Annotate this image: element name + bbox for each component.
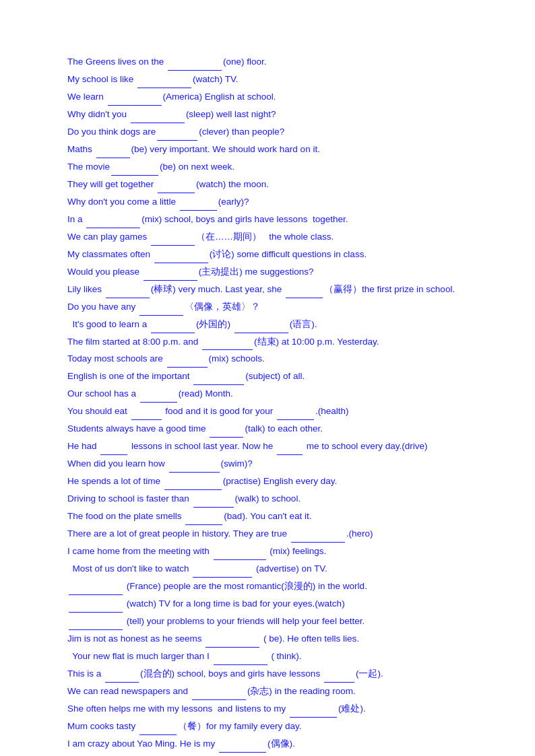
line-14: Lily likes (棒球) very much. Last year, sh…	[67, 281, 468, 298]
line-4: Why didn't you (sleep) well last night?	[67, 106, 468, 123]
blank-36b	[324, 682, 354, 683]
line-6: Maths (be) very important. We should wor…	[67, 141, 468, 158]
blank-1	[168, 70, 222, 71]
blank-14a	[106, 298, 150, 298]
line-5: Do you think dogs are(clever) than peopl…	[67, 124, 468, 141]
blank-36a	[105, 682, 139, 683]
blank-35	[214, 664, 268, 665]
blank-38	[290, 717, 337, 718]
blank-22	[210, 437, 243, 438]
blank-10	[86, 228, 140, 228]
line-1: The Greens lives on the (one) floor.	[67, 54, 468, 71]
blank-34	[206, 647, 259, 648]
blank-39	[139, 734, 177, 735]
blank-19	[193, 384, 244, 385]
line-11: We can play games （在……期间） the whole clas…	[67, 229, 468, 246]
line-15: Do you have any 〈偶像，英雄〉？	[67, 299, 468, 316]
blank-3	[108, 105, 162, 106]
blank-40	[219, 752, 266, 753]
line-7: The movie(be) on next week.	[67, 159, 468, 176]
line-26: Driving to school is faster than (walk) …	[67, 491, 468, 508]
line-25: He spends a lot of time (practise) Engli…	[67, 473, 468, 490]
blank-25	[164, 489, 222, 490]
line-18: Today most schools are (mix) schools.	[67, 351, 468, 368]
line-27: The food on the plate smells (bad). You …	[67, 508, 468, 525]
blank-24	[169, 472, 220, 473]
blank-7	[111, 175, 158, 176]
blank-11	[151, 245, 195, 246]
blank-14b	[286, 298, 323, 298]
blank-17	[202, 349, 253, 350]
blank-28	[291, 542, 345, 543]
line-39: Mum cooks tasty （餐）for my family every d…	[67, 718, 468, 735]
line-35: Your new flat is much larger than I ( th…	[67, 648, 468, 665]
blank-2	[137, 88, 191, 88]
blank-18	[167, 367, 208, 368]
blank-6	[96, 158, 130, 158]
blank-8	[158, 193, 195, 193]
blank-37	[192, 699, 246, 700]
blank-9	[180, 210, 217, 211]
line-3: We learn (America) English at school.	[67, 89, 468, 106]
line-12: My classmates often (讨论) some difficult …	[67, 246, 468, 263]
line-19: English is one of the important (subject…	[67, 368, 468, 385]
line-31: (France) people are the most romantic(浪漫…	[67, 578, 468, 595]
line-36: This is a (混合的) school, boys and girls h…	[67, 666, 468, 683]
line-37: We can read newspapers and (杂志) in the r…	[67, 683, 468, 700]
line-2: My school is like (watch) TV.	[67, 71, 468, 88]
line-34: Jim is not as honest as he seems ( be). …	[67, 631, 468, 648]
line-38: She often helps me with my lessons and l…	[67, 701, 468, 718]
blank-16a	[151, 333, 195, 333]
blank-5	[157, 140, 197, 141]
blank-23a	[100, 454, 127, 455]
line-41: People don't live (没有) water or air.	[67, 753, 468, 756]
line-10: In a (mix) school, boys and girls have l…	[67, 211, 468, 228]
blank-16b	[234, 333, 288, 333]
line-8: They will get together (watch) the moon.	[67, 176, 468, 193]
line-40: I am crazy about Yao Ming. He is my (偶像)…	[67, 736, 468, 753]
line-24: When did you learn how (swim)?	[67, 456, 468, 473]
blank-32	[69, 612, 123, 613]
blank-26	[193, 507, 234, 508]
exercise-container: The Greens lives on the (one) floor. My …	[67, 54, 468, 756]
blank-12	[154, 263, 208, 263]
blank-31	[69, 594, 123, 595]
line-28: There are a lot of great people in histo…	[67, 526, 468, 543]
blank-23b	[277, 454, 303, 455]
blank-29	[214, 559, 266, 560]
line-30: Most of us don't like to watch (advertis…	[67, 561, 468, 578]
line-9: Why don't you come a little (early)?	[67, 194, 468, 211]
line-17: The film started at 8:00 p.m. and (结束) a…	[67, 334, 468, 351]
line-21: You should eat food and it is good for y…	[67, 403, 468, 420]
line-16: It's good to learn a (外国的) (语言).	[67, 316, 468, 333]
blank-4	[131, 123, 185, 123]
blank-20	[140, 402, 177, 403]
blank-13	[144, 280, 197, 281]
blank-15	[139, 315, 183, 316]
blank-27	[185, 524, 222, 525]
line-23: He had lessons in school last year. Now …	[67, 438, 468, 455]
blank-21b	[277, 419, 314, 420]
blank-33	[69, 629, 123, 630]
line-20: Our school has a (read) Month.	[67, 386, 468, 403]
blank-21a	[131, 419, 162, 420]
line-13: Would you please (主动提出) me suggestions?	[67, 264, 468, 281]
line-22: Students always have a good time (talk) …	[67, 421, 468, 438]
line-29: I came home from the meeting with (mix) …	[67, 543, 468, 560]
line-33: (tell) your problems to your friends wil…	[67, 613, 468, 630]
line-32: (watch) TV for a long time is bad for yo…	[67, 596, 468, 613]
blank-30	[193, 577, 252, 578]
